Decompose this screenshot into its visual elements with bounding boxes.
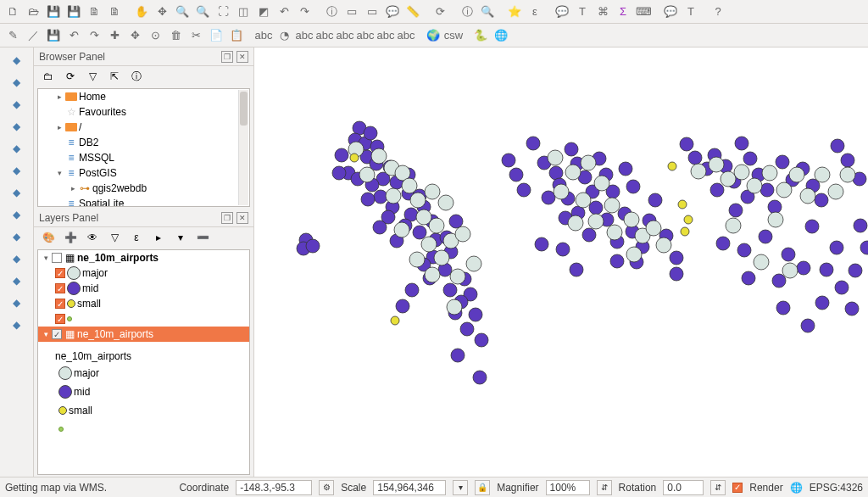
text-annotation-button[interactable]: T [573, 3, 592, 21]
new-layout-button[interactable]: 🗎 [85, 3, 103, 21]
delimited-tool[interactable]: ◆ [8, 316, 26, 334]
browser-item[interactable]: ≡MSSQL [38, 150, 249, 165]
visibility-icon[interactable]: 👁 [83, 228, 102, 247]
panel-close-icon[interactable]: ✕ [236, 212, 248, 224]
text-tool-button[interactable]: T [682, 3, 700, 21]
collapse-all-icon[interactable]: ▾ [171, 228, 190, 247]
undo-button[interactable]: ↶ [64, 26, 83, 45]
save-button[interactable]: 💾 [44, 3, 63, 21]
scrollbar-thumb[interactable] [240, 92, 248, 126]
abc-s-button[interactable]: abc [397, 26, 415, 45]
style-icon[interactable]: 🎨 [39, 228, 58, 247]
filter-legend-icon[interactable]: ▽ [105, 228, 124, 247]
zoom-next-button[interactable]: ↷ [295, 3, 314, 21]
raster-tool[interactable]: ◆ [8, 95, 26, 114]
layers-tree[interactable]: ▾ ▦ ne_10m_airports✓ major✓ mid✓ small✓ … [37, 249, 250, 475]
rule-checkbox[interactable]: ✓ [55, 299, 65, 309]
browser-item[interactable]: ▾≡PostGIS [38, 165, 249, 181]
redo-button[interactable]: ↷ [85, 26, 103, 45]
crs-label[interactable]: EPSG:4326 [810, 482, 863, 494]
rule-checkbox[interactable]: ✓ [55, 283, 65, 293]
collapse-icon[interactable]: ⇱ [105, 67, 124, 86]
open-folder-button[interactable]: 🗁 [24, 3, 42, 21]
properties-icon[interactable]: ⓘ [127, 67, 146, 86]
abc-style-button[interactable]: abc [295, 26, 314, 45]
scale-dropdown-icon[interactable]: ▾ [453, 480, 468, 495]
browser-tree[interactable]: ▸Home☆Favourites▸/≡DB2≡MSSQL▾≡PostGIS▸⊶q… [37, 88, 250, 207]
layer-item[interactable]: ▾ ▦ ne_10m_airports [38, 250, 249, 265]
layer-item[interactable]: ▾✓ ▦ ne_10m_airports [38, 327, 249, 342]
abc-i-button[interactable]: abc [376, 26, 395, 45]
legend-item[interactable]: ✓ major [38, 265, 249, 281]
html-annotation-button[interactable]: ⌘ [593, 3, 612, 21]
add-layer-icon[interactable]: 🗀 [39, 67, 58, 86]
wms-add-button[interactable]: 🌐 [492, 26, 510, 45]
browser-item[interactable]: ≡DB2 [38, 135, 249, 150]
pie-chart-button[interactable]: ◔ [275, 26, 293, 45]
pencil-blue-tool[interactable]: ◆ [8, 117, 26, 136]
rotation-stepper[interactable]: ⇵ [710, 480, 726, 495]
coord-toggle-icon[interactable]: ⚙ [319, 480, 334, 495]
csw-button[interactable]: csw [444, 26, 463, 45]
expand-all-icon[interactable]: ▸ [149, 228, 168, 247]
browser-item[interactable]: ▸⊶qgis2webdb [38, 181, 249, 196]
layer-visibility-checkbox[interactable]: ✓ [52, 329, 62, 339]
delete-button[interactable]: 🗑 [166, 26, 185, 45]
browser-item[interactable]: ☆Favourites [38, 104, 249, 120]
map-tips-button[interactable]: 💬 [383, 3, 402, 21]
browser-item[interactable]: ▸/ [38, 120, 249, 135]
rule-checkbox[interactable]: ✓ [55, 268, 65, 278]
lock-icon[interactable]: 🔒 [475, 480, 490, 495]
db-pg-tool[interactable]: ◆ [8, 205, 26, 224]
render-checkbox[interactable]: ✓ [732, 483, 743, 493]
abc-y-button[interactable]: abc [336, 26, 354, 45]
save-edits-button[interactable]: 💾 [44, 26, 63, 45]
select-rect-button[interactable]: ▭ [363, 3, 381, 21]
move-feature-button[interactable]: ✥ [125, 26, 144, 45]
sigma-button[interactable]: Σ [614, 3, 632, 21]
v-point-tool[interactable]: ◆ [8, 73, 26, 92]
abc-r-button[interactable]: abc [356, 26, 375, 45]
expression-button[interactable]: ε [526, 3, 544, 21]
copy-button[interactable]: 📄 [207, 26, 225, 45]
panel-close-icon[interactable]: ✕ [236, 51, 248, 63]
globe-wms-tool[interactable]: ◆ [8, 183, 26, 202]
magnifier-input[interactable]: 100% [546, 480, 590, 495]
add-group-icon[interactable]: ➕ [61, 228, 80, 247]
zoom-out-button[interactable]: 🔍 [193, 3, 212, 21]
legend-item[interactable]: major [38, 364, 249, 383]
browser-item[interactable]: ≡SpatiaLite [38, 196, 249, 207]
legend-item[interactable] [38, 420, 249, 438]
browser-item[interactable]: ▸Home [38, 89, 249, 104]
remove-layer-icon[interactable]: ➖ [193, 228, 212, 247]
zoom-full-button[interactable]: ⛶ [214, 3, 232, 21]
db-sl-tool[interactable]: ◆ [8, 227, 26, 246]
legend-item[interactable]: mid [38, 383, 249, 401]
filter-icon[interactable]: ▽ [83, 67, 102, 86]
measure-button[interactable]: 📏 [403, 3, 422, 21]
v-line-tool[interactable]: ◆ [8, 51, 26, 70]
pan-button[interactable]: ✋ [132, 3, 151, 21]
zoom-selection-button[interactable]: ◫ [234, 3, 253, 21]
legend-item[interactable]: small [38, 401, 249, 420]
abc-label-button[interactable]: abc [254, 26, 273, 45]
comment-button[interactable]: 💬 [661, 3, 680, 21]
rotation-input[interactable]: 0.0 [663, 480, 704, 495]
legend-item[interactable]: ✓ small [38, 296, 249, 311]
legend-item[interactable]: ✓ mid [38, 281, 249, 296]
layer-visibility-checkbox[interactable] [52, 253, 62, 263]
zoom-layer-button[interactable]: ◩ [254, 3, 273, 21]
refresh-icon[interactable]: ⟳ [61, 67, 80, 86]
line-button[interactable]: ／ [24, 26, 42, 45]
zoom-in-button[interactable]: 🔍 [173, 3, 192, 21]
magnifier-stepper[interactable]: ⇵ [597, 480, 612, 495]
globe-run-button[interactable]: 🌍 [424, 26, 442, 45]
refresh-button[interactable]: ⟳ [431, 3, 449, 21]
oracle-tool[interactable]: ◆ [8, 249, 26, 268]
cut-button[interactable]: ✂ [186, 26, 205, 45]
paste-button[interactable]: 📋 [227, 26, 246, 45]
zoom-last-button[interactable]: ↶ [275, 3, 293, 21]
expression-icon[interactable]: ε [127, 228, 146, 247]
annotation-button[interactable]: 💬 [553, 3, 571, 21]
identify-button[interactable]: ⓘ [322, 3, 341, 21]
